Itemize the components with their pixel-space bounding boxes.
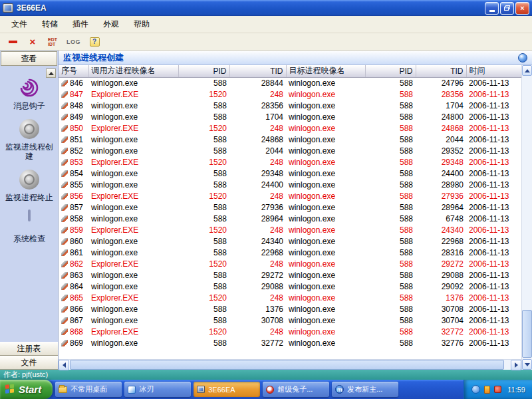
cell-caller-pid[interactable]: 588: [178, 235, 229, 247]
table-row[interactable]: 852winlogon.exe5882044winlogon.exe588293…: [59, 145, 521, 156]
cell-caller-image[interactable]: Explorer.EXE: [88, 258, 178, 269]
cell-no[interactable]: 853: [59, 156, 88, 168]
cell-caller-image[interactable]: winlogon.exe: [88, 247, 178, 258]
cell-target-pid[interactable]: 588: [365, 292, 416, 303]
cell-target-pid[interactable]: 588: [365, 303, 416, 315]
scroll-left-button[interactable]: [59, 360, 69, 370]
cell-caller-image[interactable]: winlogon.exe: [88, 201, 178, 213]
column-header-8[interactable]: 时间: [466, 65, 521, 77]
view-button[interactable]: 查看: [1, 51, 57, 66]
cell-target-image[interactable]: winlogon.exe: [286, 156, 365, 168]
close-button[interactable]: ×: [515, 2, 529, 15]
cell-target-tid[interactable]: 30704: [416, 315, 466, 326]
cell-target-tid[interactable]: 28980: [416, 179, 466, 190]
cell-caller-pid[interactable]: 588: [178, 168, 229, 179]
cell-caller-image[interactable]: winlogon.exe: [88, 145, 178, 156]
cell-target-pid[interactable]: 588: [365, 156, 416, 168]
cell-target-pid[interactable]: 588: [365, 269, 416, 281]
help-button[interactable]: ?: [88, 35, 100, 49]
cell-target-pid[interactable]: 588: [365, 88, 416, 100]
cell-time[interactable]: 2006-11-13: [466, 235, 521, 247]
cell-target-tid[interactable]: 22968: [416, 235, 466, 247]
cell-caller-image[interactable]: winlogon.exe: [88, 179, 178, 190]
sidebar-item-monitor-process-terminate[interactable]: 监视进程终止: [0, 169, 58, 202]
cell-no[interactable]: 849: [59, 111, 88, 122]
task-button-post-new[interactable]: m 发布新主...: [332, 382, 398, 397]
cell-caller-tid[interactable]: 248: [229, 88, 286, 100]
cell-no[interactable]: 855: [59, 179, 88, 190]
cell-time[interactable]: 2006-11-13: [466, 224, 521, 235]
registry-button[interactable]: 注册表: [0, 342, 58, 356]
cell-target-pid[interactable]: 588: [365, 213, 416, 224]
cell-target-tid[interactable]: 24800: [416, 111, 466, 122]
cell-caller-tid[interactable]: 248: [229, 224, 286, 235]
cell-caller-tid[interactable]: 28356: [229, 100, 286, 111]
table-row[interactable]: 855winlogon.exe58824400winlogon.exe58828…: [59, 179, 521, 190]
task-button-3e66ea[interactable]: 3E66EA: [194, 382, 260, 397]
column-header-4[interactable]: TID: [229, 65, 286, 77]
cell-caller-image[interactable]: winlogon.exe: [88, 100, 178, 111]
cell-time[interactable]: 2006-11-13: [466, 77, 521, 88]
cell-no[interactable]: 866: [59, 303, 88, 315]
cell-target-image[interactable]: winlogon.exe: [286, 235, 365, 247]
table-row[interactable]: 854winlogon.exe58829348winlogon.exe58824…: [59, 168, 521, 179]
column-header-7[interactable]: TID: [416, 65, 466, 77]
cell-target-pid[interactable]: 588: [365, 122, 416, 134]
minimize-button[interactable]: [485, 2, 499, 15]
table-row[interactable]: 851winlogon.exe58824868winlogon.exe58820…: [59, 134, 521, 145]
table-row[interactable]: 859Explorer.EXE1520248winlogon.exe588243…: [59, 224, 521, 235]
sidebar-scroll-up-button[interactable]: [46, 68, 56, 78]
cell-caller-tid[interactable]: 248: [229, 258, 286, 269]
cell-caller-tid[interactable]: 24400: [229, 179, 286, 190]
cell-target-tid[interactable]: 32776: [416, 337, 466, 348]
cell-target-tid[interactable]: 1704: [416, 100, 466, 111]
cell-target-image[interactable]: winlogon.exe: [286, 122, 365, 134]
cell-target-image[interactable]: winlogon.exe: [286, 111, 365, 122]
column-header-3[interactable]: PID: [178, 65, 229, 77]
cell-no[interactable]: 847: [59, 88, 88, 100]
table-row[interactable]: 846winlogon.exe58828844winlogon.exe58824…: [59, 77, 521, 88]
cell-time[interactable]: 2006-11-13: [466, 247, 521, 258]
cell-caller-image[interactable]: Explorer.EXE: [88, 190, 178, 201]
table-row[interactable]: 868Explorer.EXE1520248winlogon.exe588327…: [59, 326, 521, 337]
cell-caller-tid[interactable]: 32772: [229, 337, 286, 348]
cell-caller-tid[interactable]: 248: [229, 326, 286, 337]
cell-time[interactable]: 2006-11-13: [466, 281, 521, 292]
cell-target-tid[interactable]: 27936: [416, 190, 466, 201]
cell-caller-pid[interactable]: 1520: [178, 88, 229, 100]
cell-target-tid[interactable]: 24796: [416, 77, 466, 88]
cell-target-pid[interactable]: 588: [365, 111, 416, 122]
cell-caller-pid[interactable]: 588: [178, 201, 229, 213]
log-button[interactable]: LOG: [66, 35, 80, 49]
cell-target-image[interactable]: winlogon.exe: [286, 77, 365, 88]
cell-caller-image[interactable]: winlogon.exe: [88, 213, 178, 224]
cell-caller-pid[interactable]: 588: [178, 213, 229, 224]
cell-caller-tid[interactable]: 29272: [229, 269, 286, 281]
cell-target-image[interactable]: winlogon.exe: [286, 145, 365, 156]
cell-caller-pid[interactable]: 1520: [178, 224, 229, 235]
cell-caller-tid[interactable]: 248: [229, 122, 286, 134]
cell-target-tid[interactable]: 28356: [416, 88, 466, 100]
cell-caller-image[interactable]: winlogon.exe: [88, 235, 178, 247]
cell-caller-image[interactable]: Explorer.EXE: [88, 156, 178, 168]
cell-target-tid[interactable]: 1376: [416, 292, 466, 303]
cell-target-pid[interactable]: 588: [365, 145, 416, 156]
cell-no[interactable]: 863: [59, 269, 88, 281]
cell-target-image[interactable]: winlogon.exe: [286, 258, 365, 269]
cell-target-image[interactable]: winlogon.exe: [286, 292, 365, 303]
cell-target-image[interactable]: winlogon.exe: [286, 315, 365, 326]
table-row[interactable]: 866winlogon.exe5881376winlogon.exe588307…: [59, 303, 521, 315]
cell-target-tid[interactable]: 24340: [416, 224, 466, 235]
cell-caller-image[interactable]: Explorer.EXE: [88, 224, 178, 235]
cell-no[interactable]: 852: [59, 145, 88, 156]
cell-caller-pid[interactable]: 588: [178, 179, 229, 190]
cell-caller-image[interactable]: winlogon.exe: [88, 134, 178, 145]
cell-time[interactable]: 2006-11-13: [466, 168, 521, 179]
menu-item-1[interactable]: 文件: [4, 16, 35, 33]
cell-target-image[interactable]: winlogon.exe: [286, 281, 365, 292]
column-header-1[interactable]: 序号: [59, 65, 88, 77]
cell-target-tid[interactable]: 32772: [416, 326, 466, 337]
cell-caller-pid[interactable]: 588: [178, 77, 229, 88]
cell-no[interactable]: 861: [59, 247, 88, 258]
delete-button[interactable]: ×: [27, 35, 39, 49]
